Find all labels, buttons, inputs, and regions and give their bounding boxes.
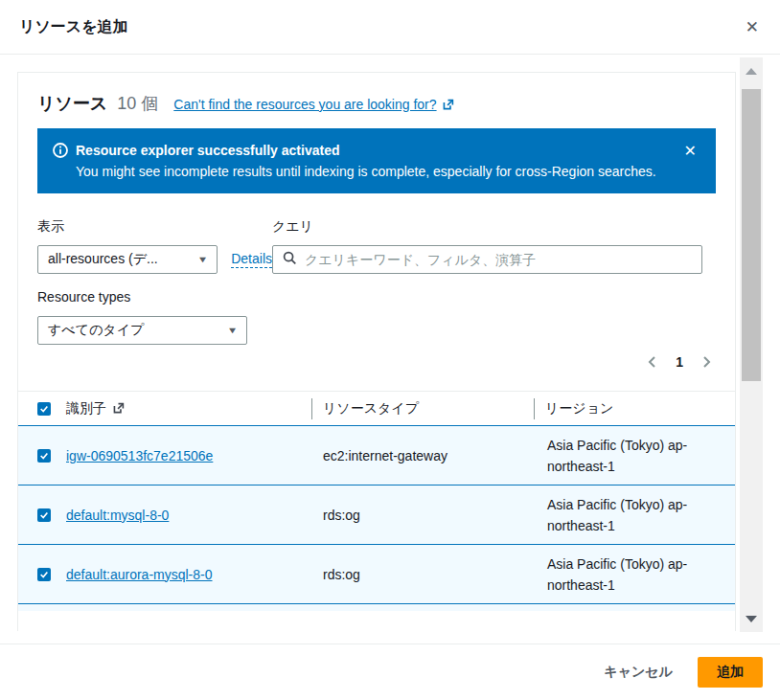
add-button[interactable]: 追加 <box>698 657 763 688</box>
caret-down-icon: ▼ <box>227 326 239 335</box>
resource-region: Asia Pacific (Tokyo) ap-northeast-1 <box>547 553 729 596</box>
modal-header: リソースを追加 ✕ <box>0 0 780 55</box>
resource-type: ec2:internet-gateway <box>311 448 534 463</box>
column-header-resource-type[interactable]: リソースタイプ <box>311 400 534 418</box>
resource-region: Asia Pacific (Tokyo) ap-northeast-1 <box>547 494 729 536</box>
next-page-icon[interactable] <box>699 354 714 370</box>
view-label: 表示 <box>37 218 272 237</box>
resource-types-value: すべてのタイプ <box>48 322 144 339</box>
resource-type: rds:og <box>311 567 534 582</box>
row-checkbox[interactable] <box>37 508 51 522</box>
info-icon <box>53 143 68 161</box>
help-link[interactable]: Can't find the resources you are looking… <box>173 97 453 112</box>
column-header-identifier[interactable]: 識別子 <box>66 400 311 418</box>
external-link-icon <box>442 99 454 111</box>
resource-types-label: Resource types <box>37 289 716 308</box>
help-link-label: Can't find the resources you are looking… <box>173 97 436 112</box>
resource-id-link[interactable]: default:aurora-mysql-8-0 <box>66 567 213 582</box>
scroll-up-icon[interactable] <box>740 57 763 84</box>
query-label: クエリ <box>272 218 716 237</box>
resources-panel: リソース 10 個 Can't find the resources you a… <box>17 72 736 631</box>
select-all-checkbox[interactable] <box>37 402 51 416</box>
resource-counter: 10 個 <box>117 92 158 115</box>
info-banner: Resource explorer successfully activated… <box>37 128 716 193</box>
resource-types-select[interactable]: すべてのタイプ ▼ <box>37 316 247 345</box>
pagination: 1 <box>37 349 716 375</box>
vertical-scrollbar[interactable] <box>740 57 763 632</box>
filters-row: 表示 all-resources (デ... ▼ Details クエリ <box>37 218 716 274</box>
view-select-value: all-resources (デ... <box>48 251 158 268</box>
current-page[interactable]: 1 <box>676 354 683 370</box>
banner-message: You might see incomplete results until i… <box>76 161 660 182</box>
query-input-wrap <box>272 245 702 274</box>
table-header-row: 識別子 リソースタイプ リージョン <box>18 391 735 425</box>
table-row-partial <box>18 603 735 611</box>
panel-heading: リソース 10 個 Can't find the resources you a… <box>37 92 716 117</box>
caret-down-icon: ▼ <box>197 255 209 264</box>
resource-id-link[interactable]: default:mysql-8-0 <box>66 508 169 523</box>
resource-region: Asia Pacific (Tokyo) ap-northeast-1 <box>547 435 729 477</box>
close-icon[interactable]: ✕ <box>744 17 761 37</box>
table-row[interactable]: igw-0690513fc7e21506e ec2:internet-gatew… <box>18 425 735 485</box>
previous-page-icon[interactable] <box>645 354 660 370</box>
row-checkbox[interactable] <box>37 449 51 463</box>
column-header-region[interactable]: リージョン <box>534 400 735 418</box>
modal-title: リソースを追加 <box>19 17 128 37</box>
resource-id-link[interactable]: igw-0690513fc7e21506e <box>66 448 213 463</box>
table-row[interactable]: default:mysql-8-0 rds:og Asia Pacific (T… <box>18 485 735 544</box>
resource-types-block: Resource types すべてのタイプ ▼ <box>37 289 716 345</box>
banner-title: Resource explorer successfully activated <box>76 140 680 161</box>
details-link[interactable]: Details <box>231 251 272 268</box>
cancel-button[interactable]: キャンセル <box>604 664 673 681</box>
search-icon <box>283 251 297 268</box>
modal-footer: キャンセル 追加 <box>0 644 780 700</box>
resource-type: rds:og <box>311 508 534 523</box>
scroll-down-icon[interactable] <box>740 605 763 632</box>
external-link-icon <box>112 402 125 415</box>
add-resources-modal: リソースを追加 ✕ リソース 10 個 Can't find the resou… <box>0 0 780 700</box>
banner-close-icon[interactable]: ✕ <box>680 142 700 160</box>
table-row[interactable]: default:aurora-mysql-8-0 rds:og Asia Pac… <box>18 544 735 603</box>
banner-texts: Resource explorer successfully activated… <box>76 140 680 182</box>
query-input[interactable] <box>305 252 692 267</box>
scrollbar-thumb[interactable] <box>742 89 761 381</box>
modal-body: リソース 10 個 Can't find the resources you a… <box>0 55 780 644</box>
view-select[interactable]: all-resources (デ... ▼ <box>37 245 218 274</box>
resources-table: 識別子 リソースタイプ リージョン igw-0690513fc7e215 <box>18 391 735 611</box>
panel-title: リソース <box>37 92 107 115</box>
row-checkbox[interactable] <box>37 568 51 581</box>
